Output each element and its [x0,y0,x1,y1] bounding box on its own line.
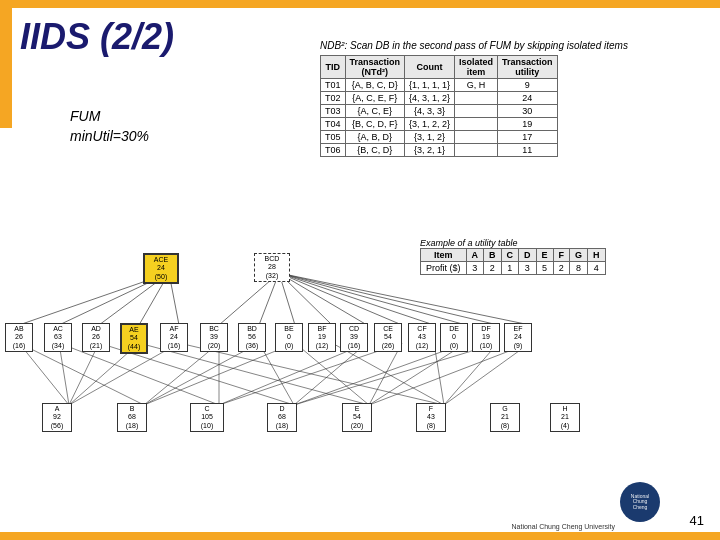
utility-cell: 5 [536,262,553,275]
table-cell: {4, 3, 3} [405,105,455,118]
utility-table-label: Example of a utility table [420,238,518,248]
table-cell: G, H [455,79,498,92]
top-bar [0,0,720,8]
main-table: TID Transaction(NTd²) Count Isolateditem… [320,55,558,157]
tree-node-a: A92(56) [42,403,72,432]
utility-cell: 2 [484,262,502,275]
tree-node-g: G21(8) [490,403,520,432]
tree-node-f: F43(8) [416,403,446,432]
table-row: T03{A, C, E}{4, 3, 3}30 [321,105,558,118]
tree-node-de: DE0(0) [440,323,468,352]
university-name: National Chung Cheng University [512,523,616,530]
table-cell [455,144,498,157]
utility-table: ItemABCDEFGH Profit ($)32135284 [420,248,606,275]
utility-col-header: C [501,249,519,262]
svg-line-30 [294,343,367,405]
table-row: T01{A, B, C, D}{1, 1, 1, 1}G, H9 [321,79,558,92]
col-isolated: Isolateditem [455,56,498,79]
utility-cell: 1 [501,262,519,275]
table-cell: 9 [498,79,558,92]
table-cell: {A, B, C, D} [345,79,405,92]
table-cell: 17 [498,131,558,144]
table-cell: 30 [498,105,558,118]
tree-node-ef: EF24(9) [504,323,532,352]
table-cell: {3, 1, 2, 2} [405,118,455,131]
utility-cell: Profit ($) [421,262,467,275]
utility-col-header: D [519,249,537,262]
svg-line-41 [444,343,498,405]
svg-line-14 [279,273,530,325]
svg-line-38 [179,343,444,405]
utility-col-header: A [466,249,484,262]
tree-node-bcd: BCD28(32) [254,253,290,282]
table-cell: {B, C, D} [345,144,405,157]
utility-col-header: B [484,249,502,262]
tree-node-cf: CF43(12) [408,323,436,352]
slide-title: IIDS (2/2) [20,16,174,58]
table-cell: T03 [321,105,346,118]
svg-line-32 [294,343,498,405]
svg-line-27 [219,343,402,405]
svg-line-11 [279,273,434,325]
fum-label: FUM [70,108,100,124]
table-cell: 19 [498,118,558,131]
utility-cell: 2 [553,262,570,275]
table-cell: T01 [321,79,346,92]
page-number: 41 [690,513,704,528]
min-util-label: minUtil=30% [70,128,149,144]
table-cell: T06 [321,144,346,157]
bottom-bar [0,532,720,540]
svg-line-31 [294,343,466,405]
svg-line-34 [295,343,369,405]
table-cell: {3, 1, 2} [405,131,455,144]
tree-node-c: C105(10) [190,403,224,432]
svg-line-36 [369,343,466,405]
tree-node-h: H21(4) [550,403,580,432]
svg-line-29 [259,343,294,405]
table-cell: T04 [321,118,346,131]
table-cell [455,105,498,118]
col-count: Count [405,56,455,79]
table-cell: 24 [498,92,558,105]
utility-cell: 3 [519,262,537,275]
table-cell: {A, C, E, F} [345,92,405,105]
utility-cell: 8 [570,262,588,275]
table-row: T06{B, C, D}{3, 2, 1}11 [321,144,558,157]
tree-node-bf: BF19(12) [308,323,336,352]
svg-line-22 [144,343,259,405]
tree-node-df: DF19(10) [472,323,500,352]
utility-row: Profit ($)32135284 [421,262,606,275]
utility-col-header: F [553,249,570,262]
utility-col-header: G [570,249,588,262]
table-row: T02{A, C, E, F}{4, 3, 1, 2}24 [321,92,558,105]
svg-line-42 [444,343,530,405]
table-cell: {A, C, E} [345,105,405,118]
table-cell [455,118,498,131]
ndb-description: NDB²: Scan DB in the second pass of FUM … [320,40,628,51]
tree-node-ac: AC63(34) [44,323,72,352]
tree-node-bd: BD56(36) [238,323,266,352]
utility-cell: 3 [466,262,484,275]
utility-col-header: Item [421,249,467,262]
tree-node-be: BE0(0) [275,323,303,352]
svg-line-26 [219,343,367,405]
col-utility: Transactionutility [498,56,558,79]
utility-cell: 4 [588,262,606,275]
tree-node-b: B68(18) [117,403,147,432]
table-cell: {B, C, D, F} [345,118,405,131]
svg-line-10 [279,273,402,325]
table-cell: {3, 2, 1} [405,144,455,157]
table-row: T05{A, B, D}{3, 1, 2}17 [321,131,558,144]
svg-line-21 [144,343,219,405]
tree-node-ace: ACE24(50) [143,253,179,284]
svg-line-15 [19,343,69,405]
tree-node-ab: AB26(16) [5,323,33,352]
svg-line-16 [59,343,69,405]
svg-line-40 [434,343,444,405]
svg-line-23 [144,343,295,405]
svg-line-9 [279,273,367,325]
tree-node-e: E54(20) [342,403,372,432]
tree-node-ad: AD26(21) [82,323,110,352]
table-cell: T05 [321,131,346,144]
svg-line-39 [332,343,444,405]
